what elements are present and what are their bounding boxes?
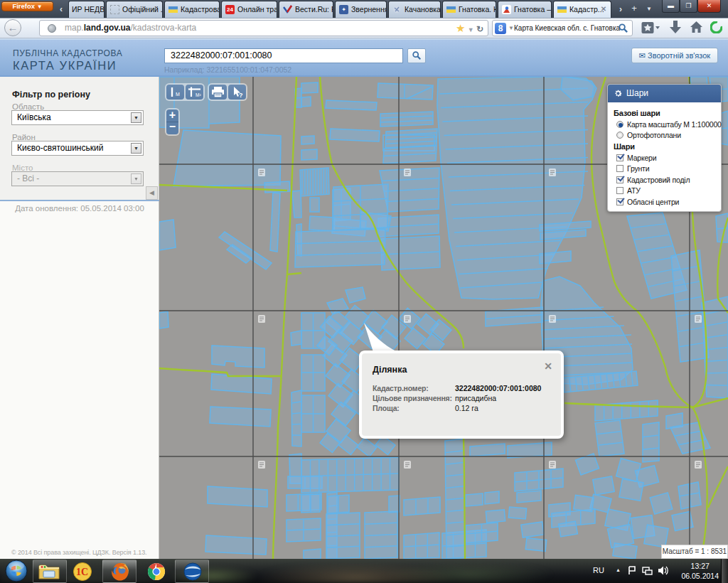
svg-text:M: M	[176, 92, 180, 97]
svg-text:M²: M²	[196, 92, 201, 97]
svg-text:1С: 1С	[76, 567, 88, 577]
svg-text:?: ?	[239, 92, 243, 99]
